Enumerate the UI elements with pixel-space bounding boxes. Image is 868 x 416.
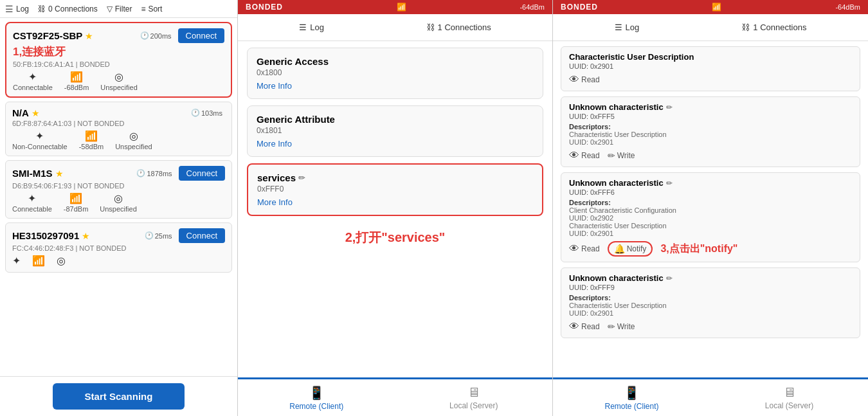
star-icon-0: ★ — [85, 31, 93, 41]
device-badges-0: ✦ Connectable 📶 -68dBm ◎ Unspecified — [13, 71, 224, 91]
char-card-3: Unknown characteristic ✏ UUID: 0xFFF9 De… — [561, 267, 860, 338]
connect-btn-2[interactable]: Connect — [179, 166, 225, 181]
connect-btn-0[interactable]: Connect — [178, 28, 224, 43]
tab-remote-client-2[interactable]: 📱 Remote (Client) — [238, 377, 395, 416]
device-mac-2: D6:B9:54:06:F1:93 | NOT BONDED — [12, 182, 225, 190]
device-card-0: CST92F25-SBP ★ 🕐 200ms Connect 1,连接蓝牙 50… — [5, 22, 232, 98]
device-mac-1: 6D:F8:87:64:A1:03 | NOT BONDED — [12, 120, 225, 127]
device-name-3: HE3150297091 — [12, 230, 79, 241]
clock-icon-0: 🕐 — [140, 32, 149, 40]
panel2-log[interactable]: ☰ Log — [299, 23, 324, 32]
circle-icon-1: ◎ — [129, 130, 138, 142]
panel2-signal: -64dBm — [520, 3, 545, 11]
char-title-3: Unknown characteristic — [569, 273, 664, 283]
edit-icon-2: ✏ — [666, 179, 673, 188]
badge-conn-1: ✦ Non-Connectable — [12, 130, 68, 150]
panel3-menu-icon: ☰ — [615, 23, 622, 32]
read-btn-1[interactable]: 👁 Read — [569, 150, 600, 161]
char-actions-top: 👁 Read — [569, 74, 852, 86]
panel3-bonded-text: BONDED — [561, 3, 598, 12]
char-card-1: Unknown characteristic ✏ UUID: 0xFFF5 De… — [561, 96, 860, 167]
tab-local-server-2[interactable]: 🖥 Local (Server) — [395, 377, 553, 416]
timer-3: 🕐 25ms — [145, 231, 172, 240]
eye-icon-1: 👁 — [569, 150, 579, 161]
desc-label-2: Descriptors: — [569, 199, 852, 206]
wifi-icon-2: 📶 — [69, 192, 82, 204]
read-btn-top[interactable]: 👁 Read — [569, 74, 600, 86]
tab-server-label-2: Local (Server) — [449, 401, 498, 410]
device-badges-2: ✦ Connectable 📶 -87dBm ◎ Unspecified — [12, 192, 225, 213]
tab-server-label-3: Local (Server) — [765, 401, 813, 410]
char-uuid-top: UUID: 0x2901 — [569, 62, 852, 70]
circle-icon-2: ◎ — [114, 192, 123, 204]
badge-circ-3: ◎ — [57, 255, 66, 267]
timer-0: 🕐 200ms — [140, 32, 172, 40]
char-title-1: Unknown characteristic — [569, 102, 664, 112]
badge-signal-0: 📶 -68dBm — [64, 71, 89, 91]
log-menu[interactable]: ☰ Log — [5, 4, 29, 14]
badge-connectable-0: ✦ Connectable — [13, 71, 53, 91]
badge-unspec-2: ◎ Unspecified — [100, 192, 136, 213]
tab-remote-label-2: Remote (Client) — [289, 402, 343, 411]
read-btn-2a[interactable]: 👁 Read — [569, 243, 600, 255]
panel3-connections: ⛓ 1 Connections — [741, 23, 806, 32]
panel3-log[interactable]: ☰ Log — [615, 23, 640, 32]
filter-item[interactable]: ▽ Filter — [107, 5, 132, 14]
device-badges-3: ✦ 📶 ◎ — [12, 255, 225, 267]
panel2: BONDED 📶 -64dBm ☰ Log ⛓ 1 Connections Ge… — [238, 0, 553, 416]
start-scan-button[interactable]: Start Scanning — [53, 383, 185, 410]
server-icon-3: 🖥 — [783, 385, 796, 400]
bell-icon-2: 🔔 — [614, 244, 625, 254]
device-badges-1: ✦ Non-Connectable 📶 -58dBm ◎ Unspecified — [12, 130, 225, 150]
more-info-1[interactable]: More Info — [257, 139, 534, 149]
more-info-2[interactable]: More Info — [257, 197, 533, 207]
timer-2: 🕐 1878ms — [136, 169, 172, 177]
connect-btn-3[interactable]: Connect — [179, 228, 225, 243]
panel2-tabs: 📱 Remote (Client) 🖥 Local (Server) — [238, 377, 552, 416]
device-mac-0: 50:FB:19:C6:A1:A1 | BONDED — [13, 60, 224, 68]
write-btn-1[interactable]: ✏ Write — [608, 150, 635, 161]
tab-remote-client-3[interactable]: 📱 Remote (Client) — [553, 377, 710, 416]
char-uuid-2: UUID: 0xFFF6 — [569, 188, 852, 196]
notify-btn-2[interactable]: 🔔 Notify — [608, 241, 653, 257]
badge-signal-1: 📶 -58dBm — [79, 130, 104, 150]
panel1-topbar: ☰ Log ⛓ 0 Connections ▽ Filter ≡ Sort — [0, 0, 237, 18]
service-card-2: services ✏ 0xFFF0 More Info — [247, 163, 543, 216]
panel3: BONDED 📶 -64dBm ☰ Log ⛓ 1 Connections Ch… — [553, 0, 868, 416]
annotation-2: 2,打开"services" — [247, 222, 543, 249]
read-btn-3[interactable]: 👁 Read — [569, 321, 600, 332]
connections-icon: ⛓ — [38, 5, 46, 14]
desc-uuid-3: UUID: 0x2901 — [569, 309, 852, 317]
panel3-tabs: 📱 Remote (Client) 🖥 Local (Server) — [553, 377, 868, 416]
char-actions-2: 👁 Read 🔔 Notify 3,点击出"notify" — [569, 241, 852, 257]
remote-icon-2: 📱 — [309, 385, 325, 401]
edit-icon-3: ✏ — [666, 274, 673, 283]
edit-icon-service: ✏ — [298, 173, 305, 183]
service-uuid-1: 0x1801 — [257, 126, 534, 135]
char-list: Characteristic User Description UUID: 0x… — [553, 41, 868, 377]
badge-unspec-1: ◎ Unspecified — [115, 130, 152, 150]
sort-item[interactable]: ≡ Sort — [141, 5, 162, 14]
device-mac-3: FC:C4:46:D2:48:F3 | NOT BONDED — [12, 244, 225, 252]
write-btn-3[interactable]: ✏ Write — [608, 321, 635, 332]
panel2-wifi-icon: 📶 — [397, 3, 406, 12]
device-name-1: N/A — [12, 107, 29, 118]
char-title-top: Characteristic User Description — [569, 52, 694, 62]
device-name-0: CST92F25-SBP — [13, 30, 82, 41]
more-info-0[interactable]: More Info — [257, 81, 534, 91]
char-uuid-1: UUID: 0xFFF5 — [569, 113, 852, 120]
eye-icon-3: 👁 — [569, 321, 579, 332]
panel3-signal: -64dBm — [835, 3, 860, 11]
panel1: ☰ Log ⛓ 0 Connections ▽ Filter ≡ Sort CS… — [0, 0, 238, 416]
desc-val-2a: Client Characteristic Configuration — [569, 206, 852, 214]
panel2-menu-icon: ☰ — [299, 23, 307, 32]
panel2-bonded-text: BONDED — [246, 3, 283, 12]
tab-local-server-3[interactable]: 🖥 Local (Server) — [710, 377, 868, 416]
start-scan-bar: Start Scanning — [0, 376, 237, 416]
device-card-2: SMI-M1S ★ 🕐 1878ms Connect D6:B9:54:06:F… — [5, 160, 232, 219]
connections-label: 0 Connections — [48, 5, 98, 14]
bluetooth-icon-1: ✦ — [35, 130, 44, 142]
device-list: CST92F25-SBP ★ 🕐 200ms Connect 1,连接蓝牙 50… — [0, 18, 237, 376]
panel2-status-bar: BONDED 📶 -64dBm — [238, 0, 552, 14]
bluetooth-icon-2: ✦ — [28, 192, 36, 204]
